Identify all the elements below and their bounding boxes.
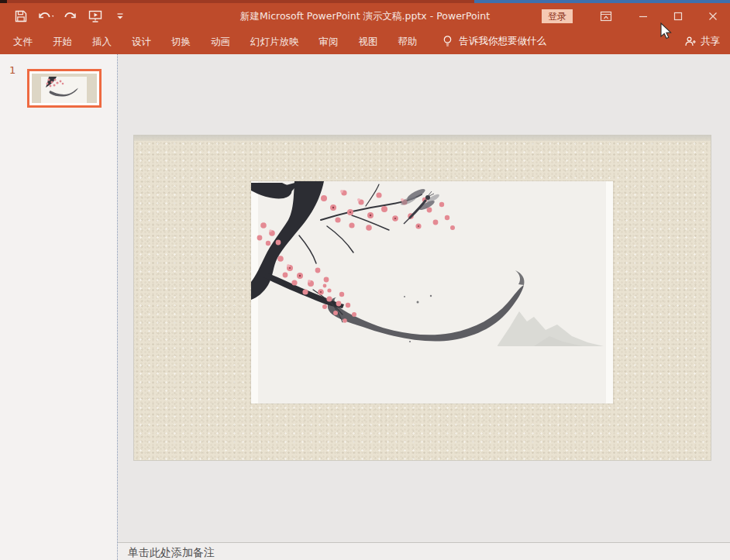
quick-access-toolbar	[0, 3, 130, 29]
title-bar: 新建Microsoft PowerPoint 演示文稿.pptx - Power…	[0, 3, 730, 29]
tab-help[interactable]: 帮助	[388, 29, 428, 54]
redo-button[interactable]	[60, 6, 81, 26]
redo-icon	[63, 9, 78, 23]
window-title: 新建Microsoft PowerPoint 演示文稿.pptx - Power…	[240, 3, 490, 29]
titlebar-right-controls: 登录	[542, 3, 730, 29]
login-button[interactable]: 登录	[542, 9, 573, 23]
tell-me-label: 告诉我你想要做什么	[460, 35, 547, 48]
thumbnail-painting	[41, 77, 87, 103]
dragonfly	[400, 187, 441, 224]
slide-editor-area[interactable]	[118, 54, 730, 542]
tell-me-box[interactable]: 告诉我你想要做什么	[442, 35, 547, 48]
tab-animations[interactable]: 动画	[201, 29, 240, 54]
maximize-button[interactable]	[660, 3, 695, 29]
share-label: 共享	[701, 35, 720, 48]
share-button[interactable]: 共享	[684, 35, 730, 48]
slide-thumbnail-selected[interactable]	[27, 69, 102, 108]
close-icon	[708, 12, 718, 21]
slide-picture[interactable]	[251, 181, 613, 404]
undo-button[interactable]	[36, 6, 56, 26]
customize-quick-access-button[interactable]	[110, 6, 130, 26]
slide-number: 1	[9, 64, 15, 76]
tab-file[interactable]: 文件	[3, 29, 43, 54]
ribbon-tab-bar: 文件 开始 插入 设计 切换 动画 幻灯片放映 审阅 视图 帮助 告诉我你想要做…	[0, 29, 730, 54]
tab-transitions[interactable]: 切换	[161, 29, 201, 54]
ribbon-display-options-button[interactable]	[597, 8, 615, 25]
thumbnail-painting-icon	[41, 77, 87, 103]
slide-thumbnail-panel[interactable]: 1	[0, 54, 118, 560]
tab-view[interactable]: 视图	[349, 29, 388, 54]
thumbnail-slide-surface	[32, 74, 97, 103]
lightbulb-icon	[442, 35, 453, 48]
tab-insert[interactable]: 插入	[82, 29, 122, 54]
start-slideshow-icon	[88, 9, 103, 24]
start-from-beginning-button[interactable]	[85, 6, 105, 26]
notes-panel[interactable]: 单击此处添加备注	[118, 542, 730, 560]
notes-placeholder[interactable]: 单击此处添加备注	[118, 543, 730, 560]
slide-texture-band	[134, 136, 711, 141]
ribbon-display-options-icon	[600, 11, 612, 22]
maximize-icon	[673, 12, 683, 21]
tab-home[interactable]: 开始	[43, 29, 82, 54]
minimize-icon	[639, 12, 648, 21]
ink-painting-image	[251, 181, 613, 404]
slide-canvas[interactable]	[133, 135, 711, 461]
undo-icon	[36, 9, 55, 23]
customize-qat-icon	[115, 12, 125, 21]
tab-slideshow[interactable]: 幻灯片放映	[240, 29, 309, 54]
close-button[interactable]	[695, 3, 730, 29]
tab-review[interactable]: 审阅	[309, 29, 349, 54]
share-icon	[684, 36, 697, 47]
save-button[interactable]	[11, 6, 31, 26]
save-icon	[14, 9, 28, 23]
minimize-button[interactable]	[625, 3, 660, 29]
tab-design[interactable]: 设计	[122, 29, 161, 54]
